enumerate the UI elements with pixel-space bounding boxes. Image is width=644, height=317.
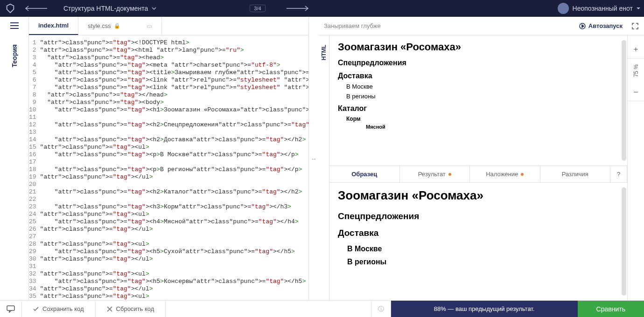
page-counter: 3/4 — [250, 5, 265, 12]
html-rail: HTML — [318, 35, 329, 300]
info-button[interactable]: ⓘ — [371, 301, 391, 317]
preview-result-pane: Зоомагазин «Росомаха» Спецпредложения До… — [329, 35, 627, 166]
scrollbar[interactable] — [622, 40, 626, 161]
preview-text: В регионы — [346, 93, 619, 100]
sample-h2: Спецпредложения — [338, 211, 619, 221]
sample-h1: Зоомагазин «Росомаха» — [338, 188, 619, 203]
preview-column: Заныриваем глубже Автозапуск HTML Зоомаг… — [318, 17, 644, 300]
preview-text: В Москве — [346, 83, 619, 90]
svg-rect-1 — [7, 306, 14, 310]
menu-button[interactable] — [10, 22, 19, 30]
tab-overlay[interactable]: Наложение — [470, 166, 540, 182]
chevron-down-icon — [152, 6, 156, 11]
tab-sample[interactable]: Образец — [329, 166, 400, 182]
lock-icon: 🔒 — [114, 23, 120, 29]
play-icon — [579, 23, 586, 29]
preview-h3: Корм — [346, 116, 619, 122]
compare-button[interactable]: Сравнить — [578, 301, 644, 317]
preview-h1: Зоомагазин «Росомаха» — [338, 41, 619, 53]
sample-h3: В регионы — [347, 258, 619, 266]
document-icon: ▭ — [147, 22, 152, 29]
dot-icon — [448, 173, 451, 176]
editor-tabs: index.html style.css 🔒 ▭ — [29, 17, 308, 35]
logo-icon — [4, 2, 17, 15]
compare-tabs: Образец Результат Наложение Различия ? — [329, 166, 627, 183]
zoom-out-button[interactable]: – — [628, 83, 644, 101]
preview-sample-pane: Зоомагазин «Росомаха» Спецпредложения До… — [329, 183, 627, 300]
prev-arrow-button[interactable] — [21, 3, 49, 14]
theory-tab[interactable]: Теория — [11, 44, 18, 68]
zoom-rail: + 75 % – — [627, 35, 644, 300]
tab-help[interactable]: ? — [610, 166, 627, 182]
preview-title: Заныриваем глубже — [324, 22, 570, 29]
column-splitter[interactable]: ↔ — [309, 17, 318, 300]
check-icon — [33, 306, 39, 312]
zoom-level: 75 % — [633, 64, 639, 77]
result-bar: 88% — ваш предыдущий результат. — [391, 301, 578, 317]
next-arrow-button[interactable] — [284, 3, 312, 14]
code-content[interactable]: "attr">class"punc">="tag"><!DOCTYPE html… — [40, 35, 308, 300]
preview-h2: Каталог — [338, 104, 619, 113]
caret-down-icon — [637, 7, 640, 10]
user-name: Неопознанный енот — [573, 5, 633, 12]
fullscreen-icon[interactable] — [632, 23, 638, 29]
reset-code-button[interactable]: Сбросить код — [96, 301, 166, 317]
bottom-bar: Сохранить код Сбросить код ⓘ 88% — ваш п… — [0, 300, 644, 317]
chat-button[interactable] — [0, 301, 22, 317]
preview-h4: Мясной — [366, 124, 619, 130]
user-menu[interactable]: Неопознанный енот — [558, 3, 640, 14]
preview-header: Заныриваем глубже Автозапуск — [318, 17, 644, 35]
sample-h2: Доставка — [338, 228, 619, 238]
chat-icon — [7, 305, 15, 313]
save-code-button[interactable]: Сохранить код — [22, 301, 96, 317]
preview-h2: Спецпредложения — [338, 59, 619, 67]
avatar — [558, 3, 569, 14]
sample-h3: В Москве — [347, 245, 619, 253]
line-gutter: 1234567891011121314151617181920212223242… — [29, 35, 40, 300]
tab-style-css[interactable]: style.css 🔒 ▭ — [78, 17, 162, 35]
close-icon — [107, 306, 112, 312]
editor-column: index.html style.css 🔒 ▭ 123456789101112… — [29, 17, 309, 300]
tab-diff[interactable]: Различия — [540, 166, 611, 182]
topbar: Структура HTML-документа 3/4 Неопознанны… — [0, 0, 644, 17]
zoom-in-button[interactable]: + — [628, 40, 644, 59]
result-text: 88% — ваш предыдущий результат. — [434, 305, 535, 312]
breadcrumb[interactable]: Структура HTML-документа — [63, 5, 156, 12]
tab-result[interactable]: Результат — [400, 166, 470, 182]
scrollbar[interactable] — [622, 187, 626, 296]
autorun-button[interactable]: Автозапуск — [579, 22, 623, 29]
dot-icon — [521, 173, 524, 176]
left-rail: Теория — [0, 17, 29, 300]
html-label: HTML — [321, 45, 327, 60]
preview-h2: Доставка — [338, 72, 619, 80]
code-editor[interactable]: 1234567891011121314151617181920212223242… — [29, 35, 308, 300]
breadcrumb-label: Структура HTML-документа — [63, 5, 148, 12]
tab-index-html[interactable]: index.html — [29, 17, 78, 35]
